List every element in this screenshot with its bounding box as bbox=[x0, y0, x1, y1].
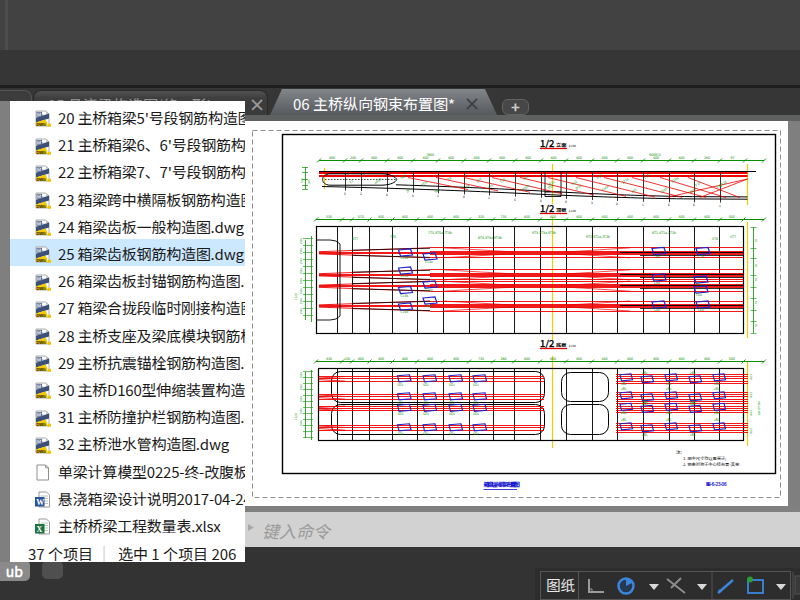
svg-text:X: X bbox=[37, 525, 43, 534]
svg-text:顶板: 顶板 bbox=[556, 206, 567, 213]
svg-text:400: 400 bbox=[378, 356, 384, 361]
svg-text:5T8: 5T8 bbox=[712, 236, 718, 241]
svg-text:1: 1 bbox=[488, 195, 490, 200]
svg-text:5D3: 5D3 bbox=[473, 411, 479, 416]
svg-text:2B2: 2B2 bbox=[642, 371, 648, 375]
svg-text:5D1: 5D1 bbox=[398, 382, 404, 387]
svg-text:55: 55 bbox=[754, 238, 758, 242]
svg-text:7800: 7800 bbox=[426, 152, 434, 157]
svg-text:2B4: 2B4 bbox=[714, 411, 720, 415]
svg-text:280: 280 bbox=[501, 356, 507, 361]
svg-text:DWG: DWG bbox=[36, 204, 45, 209]
svg-text:400: 400 bbox=[427, 356, 433, 361]
svg-text:6: 6 bbox=[668, 202, 670, 207]
svg-text:260: 260 bbox=[704, 155, 710, 160]
svg-text:5D1: 5D1 bbox=[449, 382, 455, 387]
svg-text:400: 400 bbox=[427, 214, 433, 219]
svg-text:55: 55 bbox=[754, 323, 758, 327]
svg-text:735: 735 bbox=[478, 356, 484, 361]
svg-text:2B2: 2B2 bbox=[621, 382, 627, 386]
svg-text:8T1.4T1a.2T1b: 8T1.4T1a.2T1b bbox=[652, 230, 676, 235]
svg-text:400: 400 bbox=[378, 214, 384, 219]
svg-text:5: 5 bbox=[514, 197, 516, 202]
svg-text:5F7: 5F7 bbox=[475, 176, 483, 184]
svg-text:400: 400 bbox=[448, 155, 454, 160]
svg-text:6: 6 bbox=[693, 202, 695, 207]
svg-text:400: 400 bbox=[499, 155, 505, 160]
svg-text:5D2: 5D2 bbox=[423, 400, 429, 405]
svg-text:5D3: 5D3 bbox=[449, 411, 455, 416]
svg-text:2B2: 2B2 bbox=[714, 382, 720, 386]
svg-text:0: 0 bbox=[616, 201, 618, 206]
svg-text:400: 400 bbox=[397, 155, 403, 160]
svg-text:500: 500 bbox=[729, 214, 735, 219]
svg-text:5D3: 5D3 bbox=[398, 411, 404, 416]
svg-text:25x4: 25x4 bbox=[299, 238, 303, 244]
svg-text:25x4: 25x4 bbox=[299, 308, 303, 314]
svg-text:7T5.3T5a.7T5b: 7T5.3T5a.7T5b bbox=[428, 230, 452, 235]
svg-text:25x4: 25x4 bbox=[299, 248, 303, 254]
svg-text:5D2: 5D2 bbox=[473, 400, 479, 405]
svg-text:7T6: 7T6 bbox=[390, 234, 396, 239]
svg-text:97: 97 bbox=[731, 155, 735, 160]
svg-text:F9b: F9b bbox=[522, 173, 530, 181]
svg-text:C7b: C7b bbox=[698, 254, 704, 259]
svg-text:DWG: DWG bbox=[36, 258, 45, 263]
svg-text:T10: T10 bbox=[499, 176, 507, 184]
svg-text:400: 400 bbox=[525, 155, 531, 160]
svg-text:图纸: 图纸 bbox=[546, 574, 575, 595]
svg-text:400: 400 bbox=[402, 356, 408, 361]
svg-text:C14a: C14a bbox=[425, 287, 433, 292]
svg-text:400: 400 bbox=[602, 155, 608, 160]
svg-text:400: 400 bbox=[453, 356, 459, 361]
svg-text:8T4.3T4a.9T4b: 8T4.3T4a.9T4b bbox=[478, 235, 502, 240]
svg-text:2B4: 2B4 bbox=[642, 400, 648, 404]
svg-text:F8: F8 bbox=[465, 183, 471, 189]
svg-text:T6a: T6a bbox=[433, 187, 441, 195]
svg-text:55: 55 bbox=[754, 263, 758, 267]
svg-text:25x4: 25x4 bbox=[299, 408, 303, 414]
svg-text:9T3.3T3a.9T3b: 9T3.3T3a.9T3b bbox=[532, 230, 556, 235]
svg-text:2B2: 2B2 bbox=[666, 382, 672, 386]
svg-text:DWG: DWG bbox=[36, 394, 45, 399]
svg-text:25x4: 25x4 bbox=[299, 420, 303, 426]
svg-text:400: 400 bbox=[704, 214, 710, 219]
svg-text:500: 500 bbox=[729, 356, 735, 361]
svg-text:5D4: 5D4 bbox=[423, 431, 429, 436]
svg-text:400: 400 bbox=[474, 155, 480, 160]
svg-text:2B5: 2B5 bbox=[621, 418, 627, 422]
svg-text:DWG: DWG bbox=[36, 367, 45, 372]
svg-text:25x4: 25x4 bbox=[299, 288, 303, 294]
svg-text:C16b: C16b bbox=[401, 309, 409, 314]
svg-text:4x15: 4x15 bbox=[749, 374, 753, 380]
svg-text:2F4: 2F4 bbox=[405, 186, 413, 193]
svg-text:400: 400 bbox=[358, 356, 364, 361]
svg-text:55: 55 bbox=[754, 277, 758, 281]
svg-text:箱梁纵向钢束布置图: 箱梁纵向钢束布置图 bbox=[483, 480, 520, 489]
svg-text:400: 400 bbox=[679, 356, 685, 361]
svg-text:F15: F15 bbox=[630, 187, 638, 194]
svg-text:注:: 注: bbox=[676, 449, 682, 455]
svg-text:9009/2: 9009/2 bbox=[649, 152, 660, 157]
svg-text:0: 0 bbox=[412, 193, 414, 198]
svg-text:400: 400 bbox=[653, 214, 659, 219]
svg-text:C9b: C9b bbox=[654, 254, 660, 259]
svg-text:530: 530 bbox=[326, 214, 332, 219]
svg-text:8T7: 8T7 bbox=[352, 236, 358, 241]
svg-text:C8b: C8b bbox=[654, 307, 660, 312]
svg-text:2B3: 2B3 bbox=[666, 387, 672, 391]
svg-text:400: 400 bbox=[402, 214, 408, 219]
svg-text:2B5: 2B5 bbox=[642, 433, 648, 437]
svg-text:DWG: DWG bbox=[36, 340, 45, 345]
svg-text:9T2.3T2a.2T2b: 9T2.3T2a.2T2b bbox=[586, 234, 610, 239]
svg-text:8: 8 bbox=[463, 194, 465, 199]
svg-text:25x4: 25x4 bbox=[299, 258, 303, 264]
svg-text:DWG: DWG bbox=[36, 231, 45, 236]
svg-text:570: 570 bbox=[358, 214, 364, 219]
svg-text:320: 320 bbox=[478, 214, 484, 219]
svg-text:C6a: C6a bbox=[696, 292, 702, 297]
svg-text:W: W bbox=[36, 498, 44, 507]
svg-text:400: 400 bbox=[704, 356, 710, 361]
svg-text:立面: 立面 bbox=[556, 141, 567, 148]
svg-text:2B3: 2B3 bbox=[621, 387, 627, 391]
